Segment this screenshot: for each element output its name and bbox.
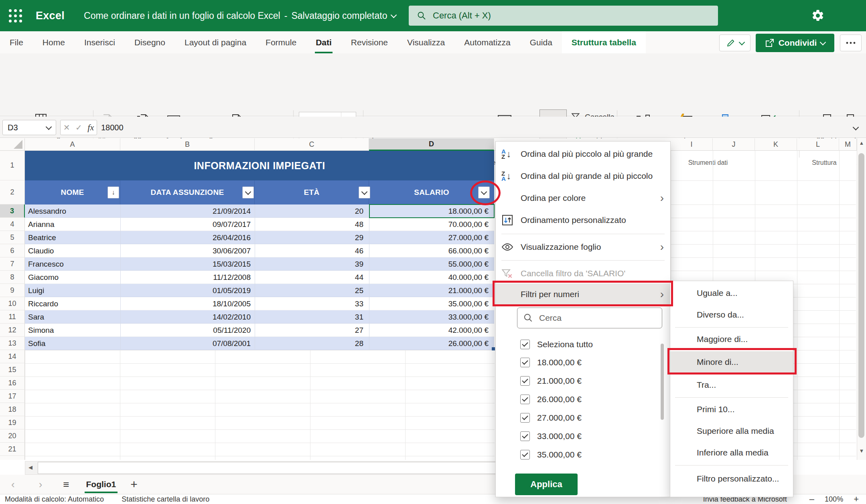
filter-value-item[interactable]: 21.000,00 € (520, 372, 582, 390)
table-row[interactable]: Claudio 30/06/2007 46 66.000,00 € (25, 244, 494, 257)
row-header-8[interactable]: 8 (0, 271, 25, 284)
editing-mode-button[interactable] (719, 34, 750, 51)
checkbox-checked-icon[interactable] (520, 376, 530, 386)
cancel-entry-icon[interactable]: ✕ (63, 123, 70, 132)
menu-item-sheet-view[interactable]: Visualizzazione foglio › (496, 236, 670, 258)
row-header-1[interactable]: 1 (0, 151, 25, 180)
submenu-item-inferiore-alla-media[interactable]: Inferiore alla media (670, 442, 793, 464)
tab-dati[interactable]: Dati (306, 31, 341, 53)
cell-data[interactable]: 15/03/2015 (120, 257, 255, 271)
document-title[interactable]: Come ordinare i dati in un foglio di cal… (84, 10, 395, 21)
tab-formule[interactable]: Formule (256, 31, 306, 53)
previous-sheet-icon[interactable]: ‹ (11, 478, 15, 491)
cell-salario[interactable]: 70.000,00 € (369, 218, 494, 231)
cell-eta[interactable]: 48 (255, 218, 369, 231)
row-header-18[interactable]: 18 (0, 403, 25, 416)
checkbox-checked-icon[interactable] (520, 431, 530, 441)
column-header-k[interactable]: K (755, 138, 797, 151)
cell-salario[interactable]: 27.000,00 € (369, 231, 494, 244)
cell-data[interactable]: 21/09/2014 (120, 204, 255, 218)
selected-cell-d3[interactable] (369, 204, 495, 218)
cell-nome[interactable]: Alessandro (25, 204, 120, 218)
filter-value-item[interactable]: 33.000,00 € (520, 427, 582, 445)
cell-nome[interactable]: Arianna (25, 218, 120, 231)
table-row[interactable]: Giacomo 11/12/2008 44 40.000,00 € (25, 271, 494, 284)
filter-value-select-all[interactable]: Seleziona tutto (520, 335, 593, 354)
menu-item-custom-sort[interactable]: Ordinamento personalizzato (496, 209, 670, 231)
apply-filter-button[interactable]: Applica (515, 474, 578, 495)
row-header-15[interactable]: 15 (0, 363, 25, 376)
cell-data[interactable]: 01/05/2019 (120, 284, 255, 297)
cell-salario[interactable]: 26.000,00 € (369, 337, 494, 350)
eta-filter-button[interactable] (359, 186, 370, 198)
table-row[interactable]: Riccardo 18/10/2005 33 35.000,00 € (25, 297, 494, 310)
submenu-item-superiore-alla-media[interactable]: Superiore alla media (670, 420, 793, 442)
filter-search-input[interactable] (538, 313, 652, 323)
row-header-17[interactable]: 17 (0, 390, 25, 403)
cell-data[interactable]: 11/12/2008 (120, 271, 255, 284)
zoom-level[interactable]: 100% (825, 495, 843, 504)
vertical-scroll-thumb[interactable] (858, 153, 864, 438)
row-header-10[interactable]: 10 (0, 297, 25, 310)
more-ribbon-options-button[interactable] (840, 34, 862, 51)
workbook-stats-button[interactable]: Statistiche cartella di lavoro (122, 495, 209, 504)
cell-salario[interactable]: 35.000,00 € (369, 297, 494, 310)
row-header-6[interactable]: 6 (0, 244, 25, 257)
row-header-11[interactable]: 11 (0, 310, 25, 324)
cell-data[interactable]: 26/04/2016 (120, 231, 255, 244)
app-name[interactable]: Excel (36, 10, 65, 22)
cell-data[interactable]: 14/02/2010 (120, 310, 255, 324)
cell-nome[interactable]: Beatrice (25, 231, 120, 244)
checkbox-checked-icon[interactable] (520, 413, 530, 423)
checkbox-checked-icon[interactable] (520, 340, 530, 349)
cell-nome[interactable]: Giacomo (25, 271, 120, 284)
column-header-j[interactable]: J (713, 138, 755, 151)
filter-value-item[interactable]: 27.000,00 € (520, 409, 582, 427)
row-header-14[interactable]: 14 (0, 350, 25, 363)
all-sheets-menu-icon[interactable]: ≡ (63, 478, 69, 491)
checkbox-checked-icon[interactable] (520, 450, 530, 459)
select-all-corner[interactable] (0, 138, 25, 151)
scroll-up-icon[interactable]: ▲ (857, 140, 866, 146)
data-assunzione-filter-button[interactable] (242, 186, 254, 198)
cell-eta[interactable]: 33 (255, 297, 369, 310)
global-search[interactable] (409, 6, 718, 26)
confirm-entry-icon[interactable]: ✓ (75, 123, 82, 132)
submenu-item-minore-di[interactable]: Minore di... (670, 351, 793, 373)
column-header-d[interactable]: D (369, 138, 494, 151)
filter-list-scrollbar[interactable] (661, 344, 664, 420)
row-header-21[interactable]: 21 (0, 443, 25, 456)
cell-nome[interactable]: Francesco (25, 257, 120, 271)
share-button[interactable]: Condividi (756, 34, 834, 52)
salario-filter-button[interactable] (478, 186, 490, 198)
calc-mode-status[interactable]: Modalità di calcolo: Automatico (5, 495, 104, 504)
tab-struttura-tabella[interactable]: Struttura tabella (562, 31, 646, 53)
zoom-in-icon[interactable]: + (854, 494, 859, 504)
tab-layout-di-pagina[interactable]: Layout di pagina (175, 31, 256, 53)
tab-disegno[interactable]: Disegno (125, 31, 175, 53)
row-header-20[interactable]: 20 (0, 429, 25, 443)
column-header-a[interactable]: A (25, 138, 120, 151)
submenu-item-filtro-personalizzato[interactable]: Filtro personalizzato... (670, 468, 793, 490)
column-header-c[interactable]: C (255, 138, 369, 151)
table-row[interactable]: Beatrice 26/04/2016 29 27.000,00 € (25, 231, 494, 244)
cell-data[interactable]: 07/08/2001 (120, 337, 255, 350)
submenu-item-uguale-a[interactable]: Uguale a... (670, 282, 793, 304)
column-header-b[interactable]: B (120, 138, 255, 151)
tab-inserisci[interactable]: Inserisci (75, 31, 125, 53)
insert-function-icon[interactable]: fx (87, 122, 94, 133)
settings-gear-icon[interactable] (811, 9, 825, 23)
row-header-19[interactable]: 19 (0, 416, 25, 429)
submenu-item-diverso-da[interactable]: Diverso da... (670, 304, 793, 326)
row-header-13[interactable]: 13 (0, 337, 25, 350)
row-header-5[interactable]: 5 (0, 231, 25, 244)
menu-item-number-filters[interactable]: Filtri per numeri › (496, 283, 670, 305)
filter-value-item[interactable]: 18.000,00 € (520, 353, 582, 372)
cell-salario[interactable]: 66.000,00 € (369, 244, 494, 257)
filter-value-item[interactable]: 26.000,00 € (520, 390, 582, 409)
row-header-16[interactable]: 16 (0, 376, 25, 390)
table-row[interactable]: Simona 05/11/2020 27 42.000,00 € (25, 324, 494, 337)
cell-salario[interactable]: 40.000,00 € (369, 271, 494, 284)
menu-item-sort-smallest-largest[interactable]: AZ↓ Ordina dal più piccolo al più grande (496, 143, 670, 165)
search-input[interactable] (432, 10, 690, 21)
